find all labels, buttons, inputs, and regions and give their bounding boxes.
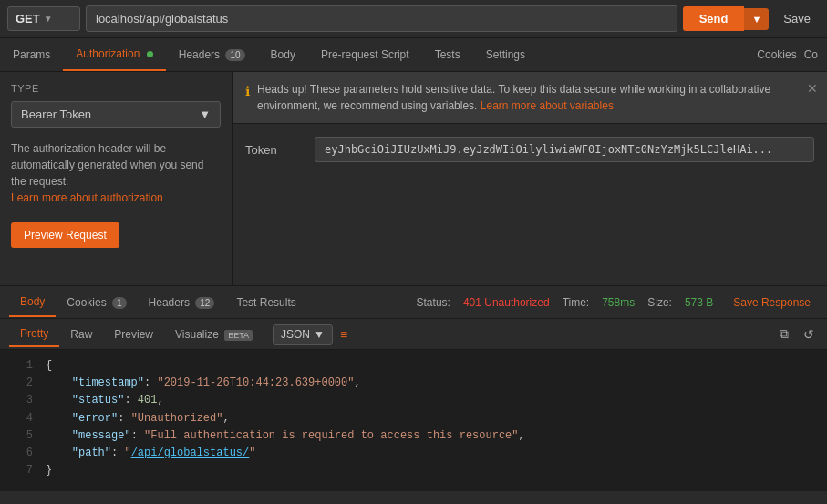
- tab-prerequest[interactable]: Pre-request Script: [308, 39, 422, 70]
- size-label: Size:: [647, 296, 672, 309]
- view-tab-visualize[interactable]: Visualize BETA: [164, 323, 264, 346]
- token-row: Token: [233, 124, 827, 175]
- code-line-4: 4 "error": "Unauthorized",: [0, 410, 827, 427]
- cookies-link-2[interactable]: Co: [804, 48, 818, 61]
- time-value: 758ms: [602, 296, 635, 309]
- view-tab-pretty[interactable]: Pretty: [9, 322, 59, 347]
- type-label: TYPE: [11, 83, 221, 94]
- type-chevron-icon: ▼: [199, 108, 211, 121]
- method-selector[interactable]: GET ▼: [7, 6, 80, 31]
- send-button-group: Send ▼: [683, 6, 770, 31]
- status-label: Status:: [417, 296, 450, 309]
- beta-badge: BETA: [224, 330, 253, 341]
- view-tabs-right: ⧉ ↺: [776, 324, 818, 344]
- time-label: Time:: [563, 296, 590, 309]
- res-headers-badge: 12: [195, 297, 214, 309]
- code-area: 1 { 2 "timestamp": "2019-11-26T10:44:23.…: [0, 350, 827, 491]
- preview-request-button[interactable]: Preview Request: [11, 222, 119, 248]
- auth-right-panel: ℹ Heads up! These parameters hold sensit…: [233, 72, 827, 285]
- auth-description: The authorization header will be automat…: [11, 140, 221, 206]
- res-tab-headers[interactable]: Headers 12: [138, 289, 226, 316]
- save-button[interactable]: Save: [774, 6, 820, 31]
- res-tab-test-results[interactable]: Test Results: [225, 289, 306, 316]
- size-value: 573 B: [685, 296, 713, 309]
- code-line-5: 5 "message": "Full authentication is req…: [0, 427, 827, 445]
- top-bar: GET ▼ Send ▼ Save: [0, 0, 827, 38]
- code-line-1: 1 {: [0, 357, 827, 375]
- main-content: TYPE Bearer Token ▼ The authorization he…: [0, 72, 827, 286]
- headers-badge: 10: [225, 49, 244, 61]
- alert-close-icon[interactable]: ✕: [807, 79, 818, 98]
- alert-icon: ℹ: [245, 82, 250, 101]
- view-tab-raw[interactable]: Raw: [59, 323, 103, 346]
- copy-button[interactable]: ⧉: [776, 324, 792, 344]
- request-tabs-bar: Params Authorization Headers 10 Body Pre…: [0, 38, 827, 72]
- tab-settings[interactable]: Settings: [473, 39, 538, 70]
- send-dropdown-button[interactable]: ▼: [744, 8, 769, 30]
- view-tabs: Pretty Raw Preview Visualize BETA JSON ▼…: [0, 319, 827, 350]
- cookies-link[interactable]: Cookies: [757, 48, 796, 61]
- code-line-3: 3 "status": 401,: [0, 392, 827, 409]
- tab-tests[interactable]: Tests: [422, 39, 473, 70]
- alert-banner: ℹ Heads up! These parameters hold sensit…: [233, 72, 827, 124]
- learn-more-link[interactable]: Learn more about authorization: [11, 191, 163, 204]
- auth-left-panel: TYPE Bearer Token ▼ The authorization he…: [0, 72, 233, 285]
- token-input[interactable]: [315, 137, 814, 162]
- method-chevron-icon: ▼: [44, 14, 53, 24]
- filter-icon[interactable]: ≡: [340, 327, 347, 342]
- wrap-button[interactable]: ↺: [800, 325, 818, 344]
- send-button[interactable]: Send: [683, 6, 745, 31]
- format-label: JSON: [281, 328, 310, 341]
- alert-learn-link[interactable]: Learn more about variables: [481, 99, 614, 112]
- alert-text: Heads up! These parameters hold sensitiv…: [257, 81, 814, 114]
- response-status: Status: 401 Unauthorized Time: 758ms Siz…: [417, 296, 818, 309]
- response-bar: Body Cookies 1 Headers 12 Test Results S…: [0, 286, 827, 319]
- tab-params[interactable]: Params: [0, 39, 63, 70]
- status-value: 401 Unauthorized: [463, 296, 550, 309]
- tab-body[interactable]: Body: [258, 39, 308, 70]
- tab-authorization[interactable]: Authorization: [63, 38, 165, 71]
- code-line-2: 2 "timestamp": "2019-11-26T10:44:23.639+…: [0, 375, 827, 392]
- res-tab-cookies[interactable]: Cookies 1: [56, 289, 137, 316]
- url-input[interactable]: [86, 5, 677, 32]
- res-tab-body[interactable]: Body: [9, 288, 56, 317]
- type-value: Bearer Token: [21, 108, 91, 121]
- cookies-badge: 1: [112, 297, 127, 309]
- tabs-right: Cookies Co: [757, 48, 827, 61]
- authorization-active-dot: [147, 51, 153, 57]
- view-tab-preview[interactable]: Preview: [103, 323, 164, 346]
- code-line-6: 6 "path": "/api/globalstatus/": [0, 445, 827, 462]
- method-label: GET: [16, 12, 40, 26]
- type-dropdown[interactable]: Bearer Token ▼: [11, 101, 221, 128]
- path-link[interactable]: /api/globalstatus/: [131, 447, 250, 459]
- save-response-button[interactable]: Save Response: [726, 296, 818, 309]
- token-label: Token: [245, 143, 300, 157]
- format-selector[interactable]: JSON ▼: [273, 324, 333, 345]
- code-line-7: 7 }: [0, 462, 827, 479]
- format-chevron-icon: ▼: [314, 328, 325, 341]
- tab-headers[interactable]: Headers 10: [166, 39, 258, 70]
